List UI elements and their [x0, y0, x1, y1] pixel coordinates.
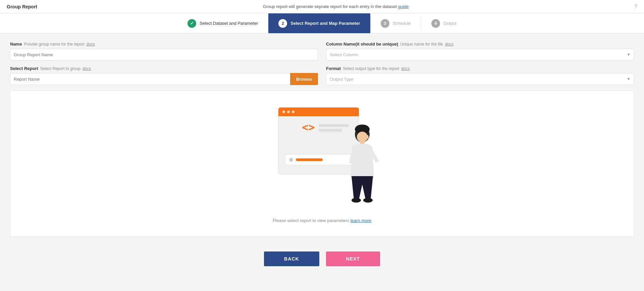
- step-1[interactable]: ✓ Select Dataset and Parameter: [177, 13, 268, 33]
- svg-rect-2: [278, 113, 359, 116]
- illustration: <>: [258, 104, 386, 211]
- svg-point-16: [363, 198, 373, 203]
- step-2-label: Select Report and Map Parameter: [290, 21, 360, 26]
- svg-text:<>: <>: [302, 121, 315, 134]
- report-name-input[interactable]: [10, 73, 290, 85]
- column-label: Column Name(it should be unique): [326, 42, 398, 47]
- format-select[interactable]: Output Type: [326, 73, 634, 85]
- learn-more-link[interactable]: learn more: [351, 218, 371, 223]
- next-button[interactable]: NEXT: [326, 251, 380, 266]
- browse-button[interactable]: Browse: [290, 73, 318, 85]
- top-bar-info: Group report will generate seprate repor…: [263, 4, 409, 9]
- report-label: Select Report: [10, 66, 38, 71]
- svg-point-18: [366, 135, 369, 139]
- column-sub: Unique name for the file: [400, 42, 443, 47]
- top-bar: Group Report Group report will generate …: [0, 0, 644, 13]
- step-2-circle: 2: [278, 19, 287, 28]
- name-docs-link[interactable]: docs: [87, 42, 95, 47]
- svg-point-15: [352, 198, 361, 203]
- report-group: Select Report Select Report to group doc…: [10, 66, 318, 85]
- step-3-circle: 3: [381, 19, 389, 28]
- format-select-wrapper: Output Type ▼: [326, 73, 634, 85]
- footer: BACK NEXT: [0, 245, 644, 273]
- svg-point-4: [287, 111, 290, 113]
- column-select[interactable]: Select Column: [326, 49, 634, 61]
- column-docs-link[interactable]: docs: [445, 42, 453, 47]
- name-label: Name: [10, 42, 22, 47]
- empty-panel: <>: [10, 90, 634, 237]
- help-icon[interactable]: ?: [634, 4, 637, 10]
- step-4[interactable]: 4 Output: [421, 13, 467, 33]
- back-button[interactable]: BACK: [264, 251, 319, 266]
- step-1-label: Select Dataset and Parameter: [200, 21, 258, 26]
- report-sub: Select Report to group: [40, 66, 80, 71]
- column-select-wrapper: Select Column ▼: [326, 49, 634, 61]
- step-2[interactable]: 2 Select Report and Map Parameter: [268, 13, 370, 33]
- svg-rect-7: [319, 124, 349, 127]
- name-sub: Provide group name for the report: [24, 42, 84, 47]
- app-title: Group Report: [7, 4, 37, 9]
- name-group: Name Provide group name for the report d…: [10, 42, 318, 61]
- report-docs-link[interactable]: docs: [83, 66, 91, 71]
- step-3[interactable]: 3 Schedule: [371, 13, 421, 33]
- stepper: ✓ Select Dataset and Parameter 2 Select …: [0, 13, 644, 33]
- step-4-label: Output: [443, 21, 457, 26]
- svg-rect-11: [296, 158, 323, 161]
- name-input[interactable]: [10, 49, 318, 61]
- report-input-row: Browse: [10, 73, 318, 85]
- step-1-circle: ✓: [187, 19, 196, 28]
- format-label: Format: [326, 66, 341, 71]
- illustration-svg: <>: [258, 104, 386, 205]
- column-group: Column Name(it should be unique) Unique …: [326, 42, 634, 61]
- svg-point-5: [292, 111, 294, 113]
- svg-rect-8: [319, 129, 342, 132]
- svg-point-10: [289, 158, 293, 162]
- svg-point-3: [282, 111, 285, 113]
- format-sub: Select output type for the report: [343, 66, 399, 71]
- format-docs-link[interactable]: docs: [401, 66, 410, 71]
- step-3-label: Schedule: [393, 21, 411, 26]
- format-group: Format Select output type for the report…: [326, 66, 634, 85]
- step-4-circle: 4: [431, 19, 440, 28]
- empty-panel-text: Please select report to view parameters …: [273, 218, 371, 223]
- guide-link[interactable]: guide: [398, 4, 409, 9]
